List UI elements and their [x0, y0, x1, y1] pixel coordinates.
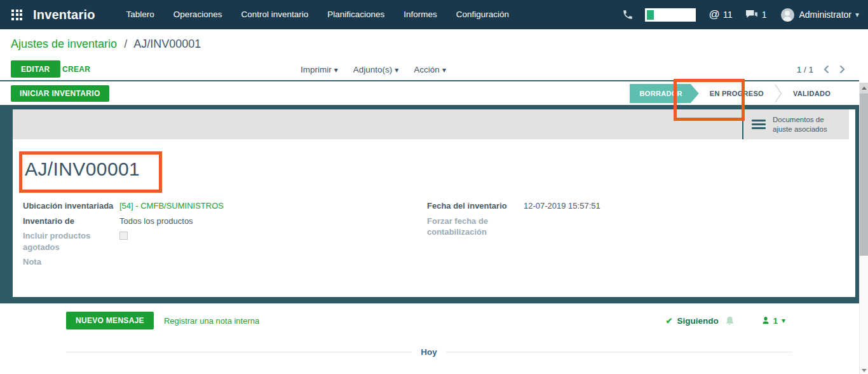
action-menu[interactable]: Acción▾ — [414, 65, 446, 74]
systray: @ 11 1 Administrator ▾ — [622, 8, 859, 22]
field-label-ubicacion: Ubicación inventariada — [23, 200, 119, 212]
breadcrumb-row: Ajustes de inventario / AJ/INV00001 — [0, 29, 859, 57]
followers-count: 1 — [773, 316, 778, 326]
messages-count: 1 — [762, 10, 767, 20]
list-icon — [752, 120, 766, 130]
followers-button[interactable]: 1 ▾ — [761, 316, 785, 326]
pager: 1 / 1 — [797, 57, 845, 81]
pager-value[interactable]: 1 / 1 — [797, 65, 813, 74]
field-label-inventario-de: Inventario de — [23, 216, 119, 227]
field-label-nota: Nota — [23, 256, 119, 268]
timer-progress — [647, 10, 654, 20]
check-icon: ✔ — [666, 316, 673, 326]
avatar — [781, 8, 794, 22]
field-row: Forzar fecha de contabilización — [427, 216, 783, 238]
control-panel: EDITAR CREAR Imprimir▾ Adjunto(s)▾ Acció… — [0, 57, 859, 81]
status-step-en-progreso[interactable]: EN PROGRESO — [699, 84, 775, 103]
status-steps: BORRADOR EN PROGRESO VALIDADO — [630, 84, 841, 103]
field-row: Fecha del inventario 12-07-2019 15:57:51 — [427, 200, 783, 212]
at-icon: @ — [709, 8, 719, 21]
top-navbar: Inventario Tablero Operaciones Control i… — [0, 0, 868, 29]
start-inventory-button[interactable]: INICIAR INVENTARIO — [11, 85, 109, 102]
field-group-right: Fecha del inventario 12-07-2019 15:57:51… — [427, 200, 783, 272]
edit-button[interactable]: EDITAR — [11, 60, 60, 78]
date-divider-label: Hoy — [412, 347, 446, 357]
field-row: Ubicación inventariada [54] - CMFB/SUMIN… — [23, 200, 379, 212]
main-menu: Tablero Operaciones Control inventario P… — [117, 0, 519, 29]
chevron-down-icon: ▾ — [855, 10, 859, 19]
button-box: Documentos de ajuste asociados — [13, 109, 849, 139]
chevron-down-icon: ▾ — [334, 66, 338, 74]
menu-item-control-inventario[interactable]: Control inventario — [231, 0, 318, 29]
pager-next-button[interactable] — [839, 65, 845, 74]
related-documents-button[interactable]: Documentos de ajuste asociados — [742, 109, 849, 139]
record-title: AJ/INV00001 — [25, 158, 140, 180]
person-icon — [761, 316, 770, 325]
breadcrumb-current: AJ/INV00001 — [133, 38, 201, 50]
attachments-menu[interactable]: Adjunto(s)▾ — [353, 65, 399, 74]
field-label-forzar-fecha: Forzar fecha de contabilización — [427, 216, 524, 238]
field-row: Incluir productos agotados — [23, 230, 379, 253]
messages-button[interactable]: 1 — [745, 10, 767, 20]
follow-cluster: ✔ Siguiendo 1 ▾ — [666, 315, 785, 326]
user-menu[interactable]: Administrator ▾ — [781, 8, 860, 22]
log-note-link[interactable]: Registrar una nota interna — [164, 316, 259, 326]
chatter-toolbar: NUEVO MENSAJE Registrar una nota interna… — [66, 312, 785, 329]
vertical-scrollbar — [859, 83, 868, 374]
field-groups: Ubicación inventariada [54] - CMFB/SUMIN… — [23, 200, 845, 272]
field-label-fecha: Fecha del inventario — [427, 200, 524, 212]
print-menu[interactable]: Imprimir▾ — [301, 65, 338, 74]
chevron-down-icon: ▾ — [782, 316, 785, 325]
create-button[interactable]: CREAR — [62, 57, 90, 81]
breadcrumb-parent[interactable]: Ajustes de inventario — [11, 38, 117, 50]
exhausted-products-checkbox[interactable] — [119, 232, 128, 240]
related-documents-label: Documentos de ajuste asociados — [773, 115, 839, 134]
menu-item-operaciones[interactable]: Operaciones — [164, 0, 232, 29]
date-divider: Hoy — [66, 352, 792, 364]
scrollbar-thumb[interactable] — [860, 94, 868, 256]
following-button[interactable]: Siguiendo — [677, 316, 718, 326]
chevron-down-icon: ▾ — [395, 66, 398, 74]
menu-item-tablero[interactable]: Tablero — [117, 0, 164, 29]
timer-widget[interactable] — [645, 8, 696, 22]
menu-item-planificaciones[interactable]: Planificaciones — [318, 0, 394, 29]
step-separator-icon — [775, 84, 782, 103]
breadcrumb-separator: / — [124, 38, 127, 50]
field-value-inventario-de: Todos los productos — [119, 216, 193, 227]
statusbar: INICIAR INVENTARIO BORRADOR EN PROGRESO … — [0, 80, 859, 105]
status-step-borrador[interactable]: BORRADOR — [630, 84, 699, 103]
field-group-left: Ubicación inventariada [54] - CMFB/SUMIN… — [23, 200, 379, 272]
field-row: Nota — [23, 256, 379, 268]
breadcrumb: Ajustes de inventario / AJ/INV00001 — [11, 29, 201, 59]
new-message-button[interactable]: NUEVO MENSAJE — [66, 312, 154, 329]
chatter: NUEVO MENSAJE Registrar una nota interna… — [0, 303, 859, 374]
app-name[interactable]: Inventario — [33, 8, 95, 22]
field-label-incluir-productos: Incluir productos agotados — [23, 230, 119, 253]
menu-item-configuracion[interactable]: Configuración — [447, 0, 519, 29]
apps-grid-icon[interactable] — [11, 10, 22, 20]
phone-icon[interactable] — [622, 9, 634, 20]
field-value-ubicacion-link[interactable]: [54] - CMFB/SUMINISTROS — [119, 200, 224, 212]
pager-previous-button[interactable] — [824, 65, 829, 74]
scrollbar-up-button[interactable] — [860, 83, 868, 94]
chat-bubbles-icon — [745, 10, 758, 20]
scrollbar-down-button[interactable] — [860, 369, 868, 372]
bell-icon[interactable] — [725, 315, 735, 326]
activities-count: 11 — [723, 10, 733, 20]
chevron-down-icon: ▾ — [442, 66, 446, 74]
field-row: Inventario de Todos los productos — [23, 216, 379, 227]
field-value-fecha: 12-07-2019 15:57:51 — [524, 200, 600, 212]
action-menus: Imprimir▾ Adjunto(s)▾ Acción▾ — [301, 57, 446, 81]
activities-button[interactable]: @ 11 — [709, 8, 732, 21]
menu-item-informes[interactable]: Informes — [394, 0, 447, 29]
user-name: Administrator — [799, 10, 851, 20]
status-step-validado[interactable]: VALIDADO — [782, 84, 841, 103]
